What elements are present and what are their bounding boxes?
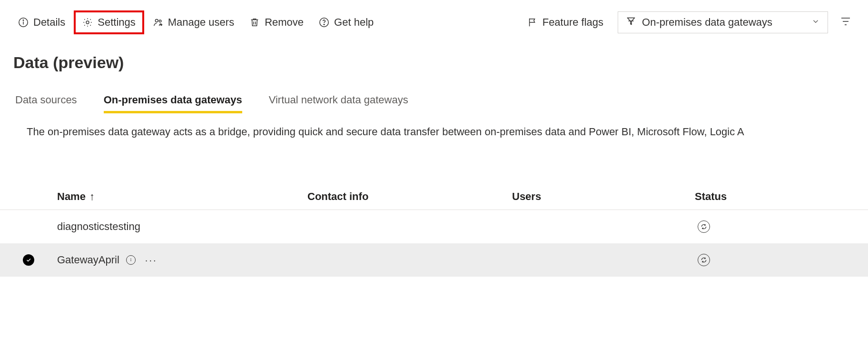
column-contact[interactable]: Contact info	[307, 190, 512, 203]
svg-point-5	[159, 20, 161, 22]
info-icon[interactable]	[126, 255, 136, 265]
manage-users-button[interactable]: Manage users	[146, 12, 241, 32]
tab-on-premises[interactable]: On-premises data gateways	[104, 94, 242, 113]
toolbar-left: Details Settings Manage users Remove Get	[11, 10, 380, 34]
details-label: Details	[33, 16, 65, 29]
selected-check-icon	[23, 254, 34, 266]
feature-flags-label: Feature flags	[542, 16, 603, 29]
refresh-status-icon[interactable]	[698, 220, 710, 233]
get-help-label: Get help	[334, 16, 374, 29]
svg-point-8	[324, 24, 324, 25]
filter-icon	[626, 16, 636, 29]
tab-data-sources[interactable]: Data sources	[15, 94, 77, 113]
tabs: Data sources On-premises data gateways V…	[0, 75, 868, 113]
svg-point-3	[86, 21, 89, 24]
column-name-label: Name	[57, 190, 86, 203]
gateway-name: diagnosticstesting	[57, 220, 140, 233]
tab-description: The on-premises data gateway acts as a b…	[0, 113, 868, 138]
help-icon	[319, 17, 329, 28]
svg-point-2	[23, 20, 23, 20]
row-selector[interactable]	[0, 254, 57, 266]
get-help-button[interactable]: Get help	[312, 12, 380, 32]
remove-button[interactable]: Remove	[243, 12, 310, 32]
column-users[interactable]: Users	[512, 190, 695, 203]
page-title: Data (preview)	[0, 45, 868, 75]
details-button[interactable]: Details	[11, 12, 72, 32]
trash-icon	[249, 17, 260, 28]
gear-icon	[82, 17, 93, 28]
gateway-name: GatewayApril	[57, 254, 119, 266]
info-icon	[18, 17, 29, 28]
chevron-down-icon	[811, 16, 820, 29]
tab-virtual-network[interactable]: Virtual network data gateways	[269, 94, 408, 113]
filter-dropdown[interactable]: On-premises data gateways	[618, 11, 828, 33]
svg-point-4	[155, 19, 158, 22]
manage-users-label: Manage users	[168, 16, 234, 29]
status-cell	[695, 254, 868, 266]
table-row[interactable]: diagnosticstesting	[0, 210, 868, 243]
settings-button[interactable]: Settings	[74, 10, 144, 34]
remove-label: Remove	[265, 16, 304, 29]
people-icon	[153, 17, 163, 28]
column-status[interactable]: Status	[695, 190, 868, 203]
filter-selected-label: On-premises data gateways	[642, 16, 772, 29]
settings-label: Settings	[98, 16, 136, 29]
sort-asc-icon: ↑	[89, 190, 95, 203]
table-row[interactable]: GatewayApril ···	[0, 243, 868, 277]
flag-icon	[527, 17, 538, 28]
svg-point-10	[130, 259, 131, 259]
toolbar: Details Settings Manage users Remove Get	[0, 0, 868, 45]
table-header: Name ↑ Contact info Users Status	[0, 184, 868, 210]
refresh-status-icon[interactable]	[698, 254, 710, 266]
filter-settings-icon	[840, 16, 851, 29]
svg-point-6	[161, 24, 162, 25]
gateways-table: Name ↑ Contact info Users Status diagnos…	[0, 184, 868, 277]
status-cell	[695, 220, 868, 233]
filter-settings-button[interactable]	[835, 11, 857, 33]
column-name[interactable]: Name ↑	[57, 190, 307, 203]
feature-flags-button[interactable]: Feature flags	[521, 12, 610, 32]
more-actions-button[interactable]: ···	[142, 255, 160, 266]
